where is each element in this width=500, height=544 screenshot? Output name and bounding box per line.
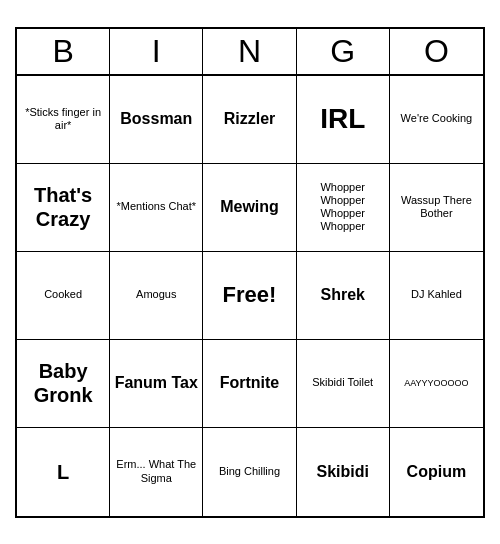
bingo-cell: Erm... What The Sigma — [110, 428, 203, 516]
bingo-cell: Cooked — [17, 252, 110, 340]
header-letter: N — [203, 29, 296, 74]
bingo-cell: Whopper Whopper Whopper Whopper — [297, 164, 390, 252]
bingo-cell: *Sticks finger in air* — [17, 76, 110, 164]
bingo-cell: Skibidi Toilet — [297, 340, 390, 428]
header-letter: O — [390, 29, 483, 74]
bingo-cell: IRL — [297, 76, 390, 164]
bingo-cell: Shrek — [297, 252, 390, 340]
bingo-card: BINGO *Sticks finger in air*BossmanRizzl… — [15, 27, 485, 518]
bingo-cell: Fanum Tax — [110, 340, 203, 428]
bingo-cell: Bing Chilling — [203, 428, 296, 516]
bingo-grid: *Sticks finger in air*BossmanRizzlerIRLW… — [17, 76, 483, 516]
bingo-cell: Wassup There Bother — [390, 164, 483, 252]
bingo-cell: Bossman — [110, 76, 203, 164]
bingo-cell: DJ Kahled — [390, 252, 483, 340]
bingo-cell: Free! — [203, 252, 296, 340]
bingo-cell: We're Cooking — [390, 76, 483, 164]
bingo-cell: Amogus — [110, 252, 203, 340]
bingo-cell: That's Crazy — [17, 164, 110, 252]
header-letter: G — [297, 29, 390, 74]
bingo-cell: L — [17, 428, 110, 516]
bingo-cell: *Mentions Chat* — [110, 164, 203, 252]
header-letter: B — [17, 29, 110, 74]
bingo-cell: Fortnite — [203, 340, 296, 428]
header-letter: I — [110, 29, 203, 74]
bingo-cell: Rizzler — [203, 76, 296, 164]
bingo-cell: AAYYYOOOOO — [390, 340, 483, 428]
bingo-cell: Baby Gronk — [17, 340, 110, 428]
bingo-cell: Mewing — [203, 164, 296, 252]
bingo-cell: Skibidi — [297, 428, 390, 516]
bingo-cell: Copium — [390, 428, 483, 516]
bingo-header: BINGO — [17, 29, 483, 76]
